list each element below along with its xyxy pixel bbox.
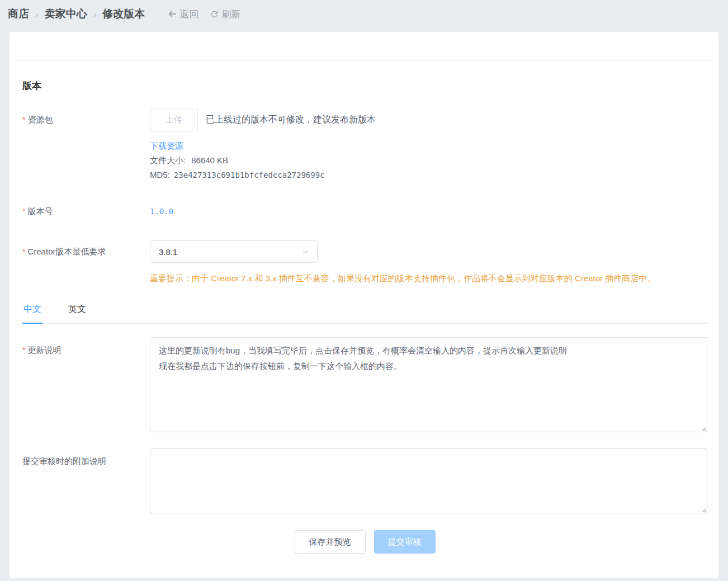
breadcrumb-item-edit-version: 修改版本: [102, 7, 145, 21]
file-size-line: 文件大小:86640 KB: [150, 153, 707, 168]
chevron-right-icon: ›: [93, 8, 97, 20]
arrow-left-icon: [167, 9, 177, 19]
breadcrumb-bar: 商店 › 卖家中心 › 修改版本 返回 刷新: [0, 0, 728, 28]
compatibility-warning: 重要提示：由于 Creator 2.x 和 3.x 插件互不兼容，如果没有对应的…: [150, 270, 707, 286]
version-row: *版本号 1.0.0: [22, 206, 707, 217]
chevron-right-icon: ›: [35, 8, 39, 20]
update-notes-textarea[interactable]: 这里的更新说明有bug，当我填写完毕后，点击保存并预览，有概率会清空输入的内容，…: [150, 337, 707, 432]
required-marker: *: [22, 247, 25, 256]
version-label: *版本号: [22, 206, 150, 217]
version-value: 1.0.0: [150, 206, 173, 216]
creator-version-label: *Creator版本最低要求: [22, 240, 150, 257]
md5-label: MD5:: [150, 170, 170, 180]
refresh-label: 刷新: [221, 8, 240, 21]
resource-row: *资源包 上传 已上线过的版本不可修改，建议发布新版本 下载资源 文件大小:86…: [22, 108, 707, 182]
file-size-label: 文件大小:: [150, 155, 186, 165]
required-marker: *: [22, 346, 25, 355]
content-card: 版本 *资源包 上传 已上线过的版本不可修改，建议发布新版本 下载资源 文件大小…: [10, 32, 718, 578]
breadcrumb-item-store[interactable]: 商店: [8, 7, 29, 21]
submit-review-button[interactable]: 提交审核: [374, 530, 436, 554]
back-label: 返回: [179, 8, 198, 21]
chevron-down-icon: [301, 248, 310, 256]
md5-line: MD5:23e427313c691b1bfcfedcca2729699c: [150, 168, 707, 182]
refresh-icon: [210, 10, 219, 19]
tab-chinese[interactable]: 中文: [22, 304, 42, 324]
form-actions: 保存并预览 提交审核: [22, 530, 707, 554]
upload-button[interactable]: 上传: [150, 108, 198, 131]
language-tabs: 中文 英文: [22, 304, 707, 324]
tab-english[interactable]: 英文: [67, 304, 87, 324]
breadcrumb-item-seller-center[interactable]: 卖家中心: [45, 7, 87, 21]
resource-label: *资源包: [22, 108, 150, 125]
required-marker: *: [22, 115, 25, 124]
extra-notes-label: 提交审核时的附加说明: [22, 448, 150, 467]
required-marker: *: [22, 207, 25, 216]
creator-version-select[interactable]: 3.8.1: [150, 240, 318, 263]
extra-notes-row: 提交审核时的附加说明: [22, 448, 707, 513]
creator-version-selected: 3.8.1: [159, 247, 177, 257]
file-size-value: 86640 KB: [191, 155, 228, 165]
creator-version-row: *Creator版本最低要求 3.8.1 重要提示：由于 Creator 2.x…: [22, 240, 707, 286]
back-button[interactable]: 返回: [167, 8, 198, 21]
section-title: 版本: [22, 79, 707, 93]
refresh-button[interactable]: 刷新: [210, 8, 240, 21]
extra-notes-textarea[interactable]: [150, 448, 707, 513]
save-preview-button[interactable]: 保存并预览: [295, 530, 366, 554]
md5-value: 23e427313c691b1bfcfedcca2729699c: [174, 171, 325, 180]
nav-actions: 返回 刷新: [167, 8, 240, 21]
upload-hint: 已上线过的版本不可修改，建议发布新版本: [206, 114, 376, 126]
card-header-divider: [16, 32, 713, 60]
update-notes-row: *更新说明 这里的更新说明有bug，当我填写完毕后，点击保存并预览，有概率会清空…: [22, 337, 707, 432]
download-resource-link[interactable]: 下载资源: [150, 139, 183, 153]
update-notes-label: *更新说明: [22, 337, 150, 356]
breadcrumb: 商店 › 卖家中心 › 修改版本: [8, 7, 145, 21]
